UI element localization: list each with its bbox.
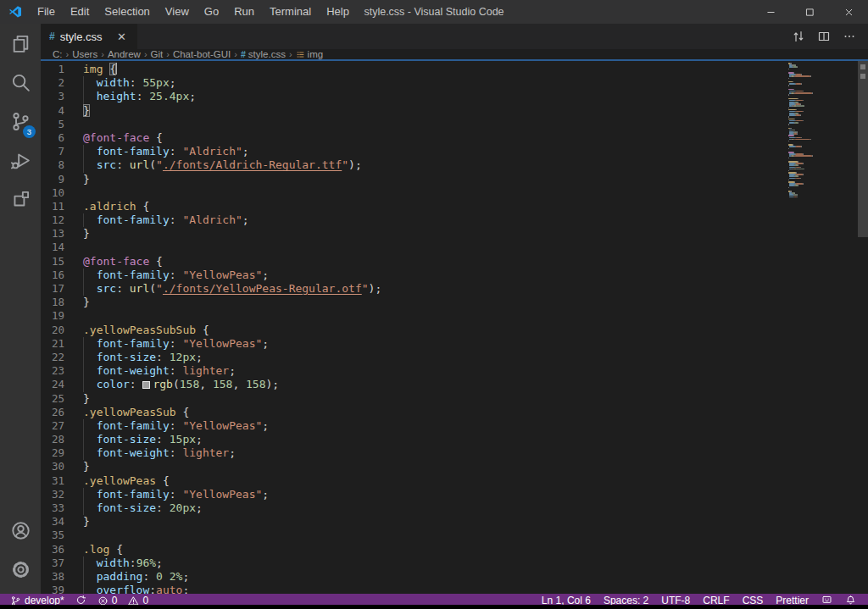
- line-number[interactable]: 29: [41, 446, 64, 460]
- line-number[interactable]: 12: [41, 213, 64, 227]
- minimize-button[interactable]: [751, 0, 790, 24]
- line-number[interactable]: 26: [41, 406, 64, 419]
- code-line[interactable]: 19: [41, 309, 815, 323]
- activitybar-search[interactable]: [0, 63, 41, 102]
- line-number[interactable]: 4: [41, 104, 64, 118]
- code-line[interactable]: 21 font-family: "YellowPeas";: [41, 337, 815, 351]
- line-number[interactable]: 21: [41, 337, 64, 351]
- menu-view[interactable]: View: [158, 0, 197, 24]
- breadcrumb-c-[interactable]: C:: [53, 49, 63, 59]
- breadcrumb-img[interactable]: img: [296, 49, 324, 59]
- code-line[interactable]: 8 src: url("./fonts/Aldrich-Regular.ttf"…: [41, 158, 815, 172]
- menu-run[interactable]: Run: [226, 0, 262, 24]
- maximize-button[interactable]: [790, 0, 829, 24]
- code-line[interactable]: 32 font-family: "YellowPeas";: [41, 488, 815, 501]
- code-line[interactable]: 11.aldrich {: [41, 200, 815, 213]
- code-line[interactable]: 13}: [41, 227, 815, 241]
- breadcrumb-git[interactable]: Git: [151, 49, 164, 59]
- activitybar-explorer[interactable]: [0, 24, 41, 63]
- line-number[interactable]: 36: [41, 543, 64, 556]
- status-warnings[interactable]: 0: [128, 595, 148, 605]
- line-number[interactable]: 13: [41, 227, 64, 241]
- code-content[interactable]: 1img {2 width: 55px;3 height: 25.4px;4}5…: [41, 61, 815, 594]
- code-line[interactable]: 18}: [41, 296, 815, 309]
- line-number[interactable]: 16: [41, 269, 64, 282]
- code-line[interactable]: 36.log {: [41, 543, 815, 556]
- code-line[interactable]: 35: [41, 529, 815, 542]
- line-number[interactable]: 33: [41, 501, 64, 515]
- status-eol[interactable]: CRLF: [703, 595, 729, 605]
- line-number[interactable]: 7: [41, 145, 64, 158]
- status-formatter[interactable]: Prettier: [776, 595, 809, 605]
- line-number[interactable]: 19: [41, 309, 64, 323]
- code-line[interactable]: 24 color: rgb(158, 158, 158);: [41, 378, 815, 391]
- menu-edit[interactable]: Edit: [63, 0, 97, 24]
- code-line[interactable]: 9}: [41, 173, 815, 186]
- vertical-scrollbar[interactable]: [858, 61, 868, 594]
- code-line[interactable]: 37 width:96%;: [41, 556, 815, 570]
- code-line[interactable]: 22 font-size: 12px;: [41, 351, 815, 364]
- status-errors[interactable]: 0: [97, 595, 118, 605]
- line-number[interactable]: 2: [41, 76, 64, 90]
- line-number[interactable]: 5: [41, 118, 64, 131]
- line-number[interactable]: 17: [41, 282, 64, 296]
- code-line[interactable]: 10: [41, 186, 815, 200]
- scrollbar-slider[interactable]: [858, 61, 868, 237]
- code-line[interactable]: 1img {: [41, 63, 815, 76]
- line-number[interactable]: 23: [41, 364, 64, 378]
- status-sync[interactable]: [75, 595, 86, 605]
- menu-terminal[interactable]: Terminal: [262, 0, 319, 24]
- line-number[interactable]: 30: [41, 460, 64, 473]
- line-number[interactable]: 37: [41, 556, 64, 570]
- code-line[interactable]: 30}: [41, 460, 815, 473]
- status-feedback[interactable]: [821, 595, 832, 605]
- line-number[interactable]: 25: [41, 392, 64, 406]
- code-line[interactable]: 34}: [41, 515, 815, 529]
- code-line[interactable]: 5: [41, 118, 815, 131]
- line-number[interactable]: 35: [41, 529, 64, 542]
- activitybar-account[interactable]: [0, 511, 41, 550]
- tab-close-icon[interactable]: ✕: [114, 30, 130, 43]
- tab-style-css[interactable]: # style.css ✕: [41, 24, 137, 49]
- code-line[interactable]: 31.yellowPeas {: [41, 474, 815, 488]
- status-language-mode[interactable]: CSS: [743, 595, 764, 605]
- code-line[interactable]: 28 font-size: 15px;: [41, 433, 815, 446]
- line-number[interactable]: 28: [41, 433, 64, 446]
- line-number[interactable]: 11: [41, 200, 64, 213]
- line-number[interactable]: 27: [41, 419, 64, 433]
- line-number[interactable]: 34: [41, 515, 64, 529]
- activitybar-settings[interactable]: [0, 550, 41, 589]
- line-number[interactable]: 24: [41, 378, 64, 391]
- menu-selection[interactable]: Selection: [97, 0, 157, 24]
- line-number[interactable]: 3: [41, 90, 64, 103]
- line-number[interactable]: 32: [41, 488, 64, 501]
- color-swatch[interactable]: [142, 381, 150, 389]
- breadcrumb-andrew[interactable]: Andrew: [108, 49, 141, 59]
- activitybar-source-control[interactable]: 3: [0, 102, 41, 141]
- code-line[interactable]: 27 font-family: "YellowPeas";: [41, 419, 815, 433]
- status-notifications[interactable]: [845, 595, 856, 605]
- line-number[interactable]: 15: [41, 255, 64, 269]
- line-number[interactable]: 20: [41, 324, 64, 337]
- line-number[interactable]: 8: [41, 158, 64, 172]
- menu-file[interactable]: File: [30, 0, 63, 24]
- code-line[interactable]: 26.yellowPeasSub {: [41, 406, 815, 419]
- line-number[interactable]: 22: [41, 351, 64, 364]
- code-line[interactable]: 15@font-face {: [41, 255, 815, 269]
- menu-help[interactable]: Help: [319, 0, 357, 24]
- line-number[interactable]: 18: [41, 296, 64, 309]
- breadcrumb-style-css[interactable]: #style.css: [241, 49, 286, 59]
- code-line[interactable]: 16 font-family: "YellowPeas";: [41, 269, 815, 282]
- code-line[interactable]: 38 padding: 0 2%;: [41, 570, 815, 584]
- line-number[interactable]: 9: [41, 173, 64, 186]
- code-line[interactable]: 2 width: 55px;: [41, 76, 815, 90]
- code-line[interactable]: 7 font-family: "Aldrich";: [41, 145, 815, 158]
- more-actions-button[interactable]: [839, 26, 860, 47]
- code-line[interactable]: 29 font-weight: lighter;: [41, 446, 815, 460]
- code-line[interactable]: 4}: [41, 104, 815, 118]
- line-number[interactable]: 1: [41, 63, 64, 76]
- status-cursor-position[interactable]: Ln 1, Col 6: [542, 595, 591, 605]
- activitybar-extensions[interactable]: [0, 180, 41, 219]
- status-branch[interactable]: develop*: [10, 595, 64, 605]
- code-line[interactable]: 6@font-face {: [41, 131, 815, 145]
